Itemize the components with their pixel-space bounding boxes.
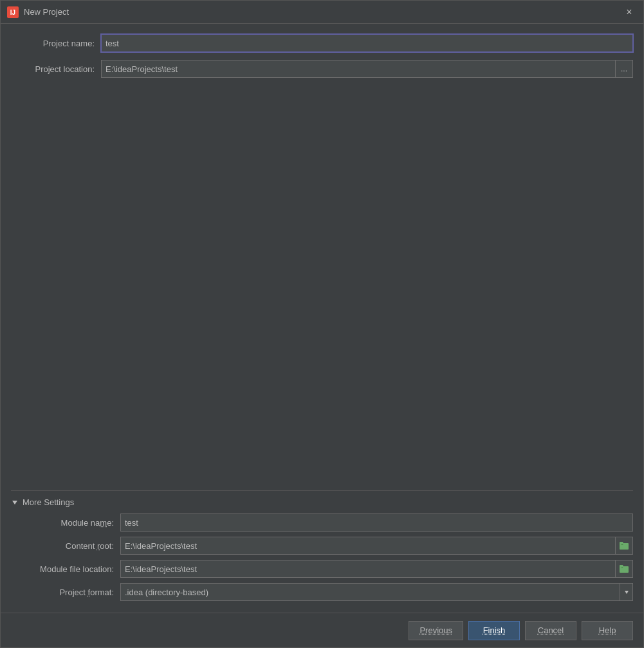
project-format-field: .idea (directory-based) .ipr (file-based… <box>120 583 633 601</box>
project-format-select[interactable]: .idea (directory-based) .ipr (file-based… <box>120 583 620 601</box>
content-root-row: Content root: <box>11 537 633 555</box>
more-settings-label: More Settings <box>23 497 74 507</box>
project-name-label: Project name: <box>11 39 95 48</box>
project-location-field: ... <box>101 60 633 78</box>
module-name-row: Module name: <box>11 514 633 532</box>
module-name-input[interactable] <box>120 514 633 532</box>
content-root-label: Content root: <box>11 541 114 551</box>
cancel-button[interactable]: Cancel <box>525 621 576 640</box>
title-bar: IJ New Project × <box>1 1 643 24</box>
content-root-input[interactable] <box>120 537 615 555</box>
previous-button[interactable]: Previous <box>409 621 463 640</box>
project-location-row: Project location: ... <box>11 60 633 78</box>
module-file-field <box>120 560 633 578</box>
project-name-row: Project name: <box>11 34 633 52</box>
svg-text:IJ: IJ <box>10 9 15 16</box>
new-project-dialog: IJ New Project × Project name: Project l… <box>0 0 644 648</box>
dialog-content: Project name: Project location: ... More… <box>1 24 643 613</box>
help-button[interactable]: Help <box>582 621 633 640</box>
more-settings-header[interactable]: More Settings <box>11 497 633 507</box>
finish-button[interactable]: Finish <box>468 621 520 640</box>
select-arrow-icon <box>620 583 633 601</box>
collapse-icon <box>11 499 19 506</box>
svg-marker-2 <box>12 501 17 505</box>
dialog-title: New Project <box>24 7 621 17</box>
close-button[interactable]: × <box>621 5 637 20</box>
content-root-browse-button[interactable] <box>615 537 633 555</box>
project-format-row: Project format: .idea (directory-based) … <box>11 583 633 601</box>
project-name-input[interactable] <box>101 34 633 52</box>
spacer <box>11 86 633 490</box>
module-file-input[interactable] <box>120 560 615 578</box>
dialog-footer: Previous Finish Cancel Help <box>1 613 643 647</box>
project-location-label: Project location: <box>11 64 95 74</box>
project-location-input[interactable] <box>101 60 615 78</box>
folder-icon-2 <box>619 564 629 574</box>
module-file-browse-button[interactable] <box>615 560 633 578</box>
svg-marker-3 <box>625 591 629 594</box>
module-file-row: Module file location: <box>11 560 633 578</box>
module-file-label: Module file location: <box>11 564 114 574</box>
more-settings-section: More Settings Module name: Content root: <box>11 490 633 601</box>
project-format-label: Project format: <box>11 588 114 597</box>
browse-button[interactable]: ... <box>615 60 633 78</box>
content-root-field <box>120 537 633 555</box>
more-settings-content: Module name: Content root: <box>11 514 633 601</box>
folder-icon <box>619 541 629 551</box>
app-icon: IJ <box>7 6 19 18</box>
module-name-label: Module name: <box>11 518 114 528</box>
